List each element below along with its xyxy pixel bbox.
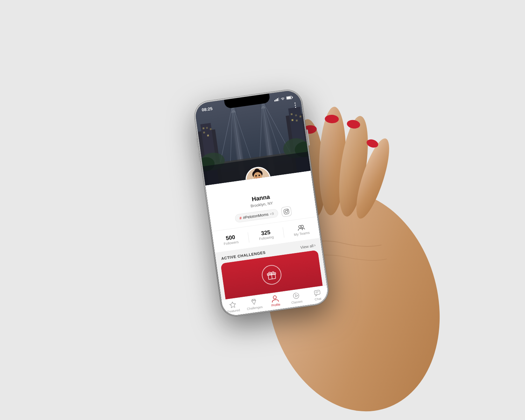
view-all-button[interactable]: View all › <box>300 243 316 250</box>
status-time: 08:25 <box>202 106 213 112</box>
power-button <box>306 130 310 146</box>
svg-rect-30 <box>292 119 294 121</box>
svg-point-5 <box>350 135 396 222</box>
profile-icon <box>271 294 279 303</box>
nav-profile[interactable]: Profile <box>264 293 287 308</box>
svg-rect-11 <box>274 100 276 102</box>
svg-rect-31 <box>296 120 298 122</box>
svg-rect-24 <box>207 134 209 136</box>
svg-rect-29 <box>295 114 297 117</box>
my-teams-stat[interactable]: My Teams <box>283 220 320 239</box>
svg-rect-22 <box>206 127 208 129</box>
phone: 08:25 <box>193 88 330 318</box>
svg-line-72 <box>315 292 319 292</box>
nav-chat-label: Chat <box>314 297 321 301</box>
volume-up-button <box>196 138 199 148</box>
tag-text: #PelotonMoms <box>243 212 268 220</box>
nav-profile-label: Profile <box>271 303 281 307</box>
svg-point-68 <box>273 295 276 299</box>
svg-rect-17 <box>287 97 291 99</box>
svg-rect-12 <box>275 99 277 101</box>
featured-icon <box>229 301 237 309</box>
classes-icon <box>292 292 300 300</box>
svg-rect-71 <box>314 290 320 295</box>
challenges-icon <box>250 298 258 306</box>
svg-point-3 <box>317 106 348 216</box>
instagram-button[interactable] <box>281 206 292 217</box>
signal-icon <box>274 97 279 102</box>
scene: 08:25 <box>105 18 420 402</box>
svg-point-61 <box>287 210 288 210</box>
nav-featured-label: Featured <box>227 308 240 314</box>
hash-symbol: # <box>239 216 242 220</box>
phone-screen: 08:25 <box>194 89 329 317</box>
status-icons <box>274 96 294 102</box>
wifi-icon <box>280 97 285 101</box>
svg-rect-59 <box>284 209 289 215</box>
followers-stat[interactable]: 500 Followers <box>212 231 249 249</box>
nav-challenges-label: Challenges <box>247 305 263 311</box>
gift-icon <box>266 269 278 281</box>
tag-plus: +9 <box>270 211 274 216</box>
svg-rect-25 <box>210 128 212 130</box>
svg-rect-21 <box>203 127 205 130</box>
svg-rect-13 <box>277 98 278 101</box>
volume-down-button <box>198 152 201 162</box>
nav-featured[interactable]: Featured <box>222 299 245 314</box>
svg-rect-32 <box>300 115 302 118</box>
instagram-icon <box>284 208 290 215</box>
svg-marker-67 <box>230 301 236 308</box>
nav-chat[interactable]: Chat <box>306 287 329 302</box>
svg-point-60 <box>285 210 288 213</box>
svg-rect-23 <box>203 132 205 134</box>
svg-line-73 <box>315 293 318 293</box>
teams-icon <box>297 224 305 232</box>
chat-icon <box>313 289 321 297</box>
svg-point-9 <box>346 119 361 129</box>
teams-label: My Teams <box>294 231 310 237</box>
svg-point-4 <box>334 114 373 218</box>
svg-rect-28 <box>290 113 293 115</box>
svg-point-10 <box>365 138 379 149</box>
svg-rect-14 <box>278 97 279 101</box>
nav-challenges[interactable]: Challenges <box>243 296 266 311</box>
battery-icon <box>286 96 293 100</box>
following-stat[interactable]: 325 Following <box>248 226 285 244</box>
nav-classes-label: Classes <box>291 300 303 304</box>
svg-marker-70 <box>295 294 298 297</box>
svg-point-69 <box>293 293 299 299</box>
svg-point-8 <box>325 114 339 123</box>
nav-classes[interactable]: Classes <box>285 290 308 305</box>
hashtag-tag[interactable]: # #PelotonMoms +9 <box>234 209 279 223</box>
